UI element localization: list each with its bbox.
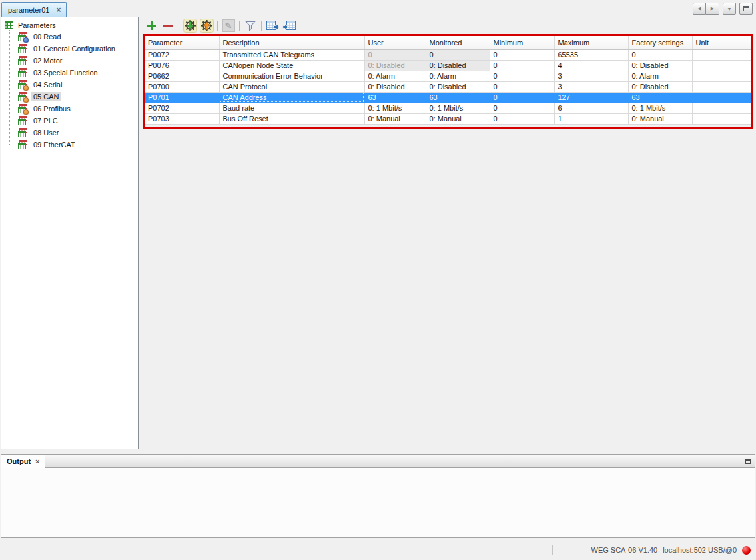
filter-button[interactable] bbox=[243, 19, 258, 33]
cell-P0703-minimum[interactable]: 0 bbox=[490, 113, 554, 124]
cell-P0076-monitored[interactable]: 0: Disabled bbox=[426, 60, 490, 71]
cell-P0700-monitored[interactable]: 0: Disabled bbox=[426, 81, 490, 92]
cell-P0076-unit[interactable] bbox=[692, 60, 751, 71]
cell-P0076-parameter[interactable]: P0076 bbox=[145, 60, 219, 71]
tab-list-button[interactable]: ▼ bbox=[723, 3, 736, 15]
cell-P0701-description[interactable]: CAN Address bbox=[219, 92, 364, 103]
column-header-parameter[interactable]: Parameter bbox=[145, 36, 219, 49]
table-row-P0700[interactable]: P0700CAN Protocol0: Disabled0: Disabled0… bbox=[145, 81, 751, 92]
column-header-factory-settings[interactable]: Factory settings bbox=[628, 36, 692, 49]
column-header-user[interactable]: User bbox=[364, 36, 426, 49]
cell-P0702-description[interactable]: Baud rate bbox=[219, 103, 364, 113]
column-header-description[interactable]: Description bbox=[219, 36, 364, 49]
output-maximize-button[interactable] bbox=[743, 457, 753, 466]
cell-P0702-factory[interactable]: 0: 1 Mbit/s bbox=[628, 103, 692, 113]
tree-item-06-profibus[interactable]: 06 Profibus bbox=[9, 103, 138, 115]
cell-P0701-monitored[interactable]: 63 bbox=[426, 92, 490, 103]
cell-P0703-unit[interactable] bbox=[692, 113, 751, 124]
cell-P0703-maximum[interactable]: 1 bbox=[554, 113, 628, 124]
column-header-monitored[interactable]: Monitored bbox=[426, 36, 490, 49]
remove-parameter-button[interactable] bbox=[161, 19, 175, 33]
cell-P0072-parameter[interactable]: P0072 bbox=[145, 49, 219, 60]
tab-scroll-left-button[interactable]: ◀ bbox=[693, 3, 706, 15]
cell-P0072-monitored[interactable]: 0 bbox=[426, 49, 490, 60]
cell-P0662-minimum[interactable]: 0 bbox=[490, 71, 554, 81]
tree-root-parameters[interactable]: Parameters bbox=[1, 19, 138, 31]
table-row-P0072[interactable]: P0072Transmitted CAN Telegrams000655350 bbox=[145, 49, 751, 60]
cell-P0700-factory[interactable]: 0: Disabled bbox=[628, 81, 692, 92]
cell-P0701-maximum[interactable]: 127 bbox=[554, 92, 628, 103]
edit-parameter-button[interactable]: ✎ bbox=[221, 19, 236, 33]
tree-item-08-user[interactable]: 08 User bbox=[9, 127, 138, 139]
table-row-P0701[interactable]: P0701CAN Address6363012763 bbox=[145, 92, 751, 103]
table-row-P0703[interactable]: P0703Bus Off Reset0: Manual0: Manual010:… bbox=[145, 113, 751, 124]
tree-item-04-serial[interactable]: 04 Serial bbox=[9, 79, 138, 91]
cell-P0662-user[interactable]: 0: Alarm bbox=[364, 71, 426, 81]
table-row-P0662[interactable]: P0662Communication Error Behavior0: Alar… bbox=[145, 71, 751, 81]
cell-P0072-maximum[interactable]: 65535 bbox=[554, 49, 628, 60]
output-close-icon[interactable]: × bbox=[35, 458, 39, 465]
cell-P0662-unit[interactable] bbox=[692, 71, 751, 81]
tab-output[interactable]: Output × bbox=[1, 455, 45, 468]
cell-P0662-parameter[interactable]: P0662 bbox=[145, 71, 219, 81]
horizontal-splitter[interactable] bbox=[0, 449, 756, 454]
cell-P0701-minimum[interactable]: 0 bbox=[490, 92, 554, 103]
restore-window-button[interactable] bbox=[739, 3, 753, 15]
cell-P0072-unit[interactable] bbox=[692, 49, 751, 60]
cell-P0700-description[interactable]: CAN Protocol bbox=[219, 81, 364, 92]
cell-P0700-unit[interactable] bbox=[692, 81, 751, 92]
read-from-device-button[interactable] bbox=[183, 19, 197, 33]
cell-P0701-unit[interactable] bbox=[692, 92, 751, 103]
cell-P0703-factory[interactable]: 0: Manual bbox=[628, 113, 692, 124]
cell-P0702-minimum[interactable]: 0 bbox=[490, 103, 554, 113]
cell-P0701-parameter[interactable]: P0701 bbox=[145, 92, 219, 103]
table-row-P0702[interactable]: P0702Baud rate0: 1 Mbit/s0: 1 Mbit/s060:… bbox=[145, 103, 751, 113]
cell-P0703-monitored[interactable]: 0: Manual bbox=[426, 113, 490, 124]
tree-item-01-general-configuration[interactable]: 01 General Configuration bbox=[9, 43, 138, 55]
cell-P0700-maximum[interactable]: 3 bbox=[554, 81, 628, 92]
cell-P0662-factory[interactable]: 0: Alarm bbox=[628, 71, 692, 81]
cell-P0076-description[interactable]: CANopen Node State bbox=[219, 60, 364, 71]
cell-P0072-user[interactable]: 0 bbox=[364, 49, 426, 60]
tab-scroll-right-button[interactable]: ▶ bbox=[706, 3, 719, 15]
cell-P0701-user[interactable]: 63 bbox=[364, 92, 426, 103]
cell-P0702-unit[interactable] bbox=[692, 103, 751, 113]
import-table-button[interactable] bbox=[282, 19, 296, 33]
cell-P0076-maximum[interactable]: 4 bbox=[554, 60, 628, 71]
tree-item-09-ethercat[interactable]: 09 EtherCAT bbox=[9, 139, 138, 151]
tree-item-05-can[interactable]: 05 CAN bbox=[9, 91, 138, 103]
cell-P0702-maximum[interactable]: 6 bbox=[554, 103, 628, 113]
tree-item-00-read[interactable]: 00 Read bbox=[9, 31, 138, 43]
cell-P0662-monitored[interactable]: 0: Alarm bbox=[426, 71, 490, 81]
cell-P0703-user[interactable]: 0: Manual bbox=[364, 113, 426, 124]
tree-item-07-plc[interactable]: 07 PLC bbox=[9, 115, 138, 127]
cell-P0076-minimum[interactable]: 0 bbox=[490, 60, 554, 71]
column-header-unit[interactable]: Unit bbox=[692, 36, 751, 49]
cell-P0076-user[interactable]: 0: Disabled bbox=[364, 60, 426, 71]
cell-P0703-description[interactable]: Bus Off Reset bbox=[219, 113, 364, 124]
add-parameter-button[interactable] bbox=[144, 19, 159, 33]
column-header-maximum[interactable]: Maximum bbox=[554, 36, 628, 49]
cell-P0072-factory[interactable]: 0 bbox=[628, 49, 692, 60]
export-table-button[interactable] bbox=[265, 19, 280, 33]
cell-P0700-user[interactable]: 0: Disabled bbox=[364, 81, 426, 92]
table-row-P0076[interactable]: P0076CANopen Node State0: Disabled0: Dis… bbox=[145, 60, 751, 71]
cell-P0072-minimum[interactable]: 0 bbox=[490, 49, 554, 60]
tab-close-icon[interactable]: × bbox=[56, 7, 61, 13]
cell-P0076-factory[interactable]: 0: Disabled bbox=[628, 60, 692, 71]
cell-P0072-description[interactable]: Transmitted CAN Telegrams bbox=[219, 49, 364, 60]
cell-P0702-monitored[interactable]: 0: 1 Mbit/s bbox=[426, 103, 490, 113]
cell-P0703-parameter[interactable]: P0703 bbox=[145, 113, 219, 124]
cell-P0662-description[interactable]: Communication Error Behavior bbox=[219, 71, 364, 81]
column-header-minimum[interactable]: Minimum bbox=[490, 36, 554, 49]
cell-P0702-parameter[interactable]: P0702 bbox=[145, 103, 219, 113]
tree-item-03-special-function[interactable]: 03 Special Function bbox=[9, 67, 138, 79]
write-to-device-button[interactable] bbox=[199, 19, 214, 33]
cell-P0701-factory[interactable]: 63 bbox=[628, 92, 692, 103]
cell-P0662-maximum[interactable]: 3 bbox=[554, 71, 628, 81]
cell-P0700-minimum[interactable]: 0 bbox=[490, 81, 554, 92]
tab-parameter01[interactable]: parameter01 × bbox=[1, 2, 67, 17]
cell-P0702-user[interactable]: 0: 1 Mbit/s bbox=[364, 103, 426, 113]
tree-item-02-motor[interactable]: 02 Motor bbox=[9, 55, 138, 67]
cell-P0700-parameter[interactable]: P0700 bbox=[145, 81, 219, 92]
